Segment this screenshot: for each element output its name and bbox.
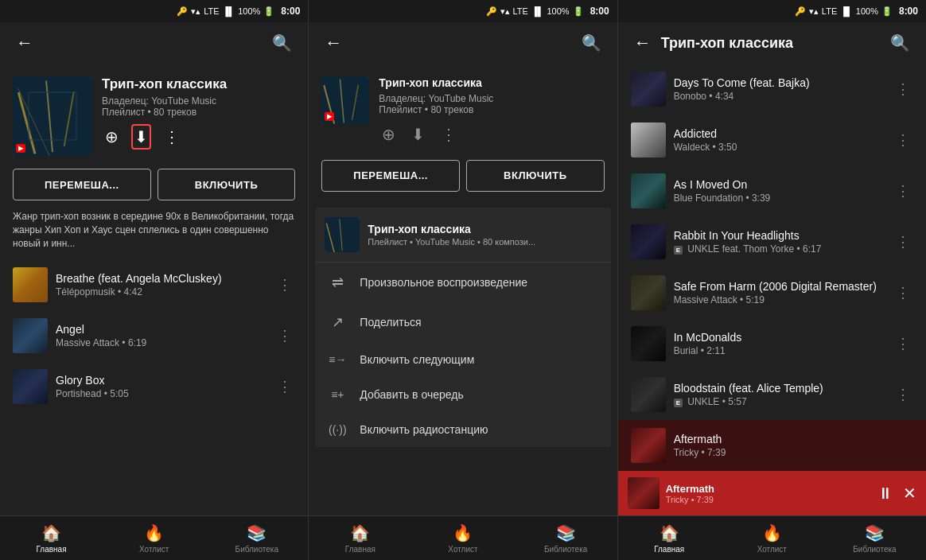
control-buttons-2: ПЕРЕМЕША... ВКЛЮЧИТЬ (309, 160, 617, 201)
track-item-3-6[interactable]: In McDonalds Burial • 2:11 ⋮ (618, 318, 926, 369)
track-more-3-5[interactable]: ⋮ (893, 281, 913, 305)
playlist-info-2: Трип-хоп классика Владелец: YouTube Musi… (379, 76, 604, 147)
menu-play-next-label: Включить следующим (360, 353, 474, 366)
playlist-header-2: ▶ Трип-хоп классика Владелец: YouTube Mu… (309, 64, 617, 160)
back-button-3[interactable]: ← (628, 26, 658, 60)
track-more-1-1[interactable]: ⋮ (274, 273, 295, 297)
time-label: 8:00 (281, 6, 300, 17)
nav-home-1[interactable]: 🏠 Главная (0, 516, 103, 560)
lib-icon-1: 📚 (247, 523, 267, 542)
nav-lib-2[interactable]: 📚 Библиотека (515, 516, 617, 560)
track-thumb-3-2 (631, 122, 666, 158)
track-item-3-8[interactable]: Aftermath Tricky • 7:39 (618, 420, 926, 471)
nav-home-2[interactable]: 🏠 Главная (309, 516, 411, 560)
track-info-3-7: Bloodstain (feat. Alice Temple) E UNKLE … (674, 382, 885, 407)
status-bar-3: 🔑 ▾▴ LTE ▐▌ 100% 🔋 8:00 (618, 0, 926, 22)
track-item-1-1[interactable]: Breathe (feat. Angela McCluskey) Télépop… (0, 259, 308, 310)
menu-radio[interactable]: ((·)) Включить радиостанцию (315, 412, 610, 447)
menu-add-queue[interactable]: ≡+ Добавить в очередь (315, 377, 610, 412)
time-label-3: 8:00 (899, 6, 918, 17)
track-item-3-2[interactable]: Addicted Waldeck • 3:50 ⋮ (618, 115, 926, 165)
track-thumb-1-1 (13, 267, 48, 302)
track-item-3-4[interactable]: Rabbit In Your Headlights E UNKLE feat. … (618, 216, 926, 267)
track-more-1-2[interactable]: ⋮ (274, 324, 295, 348)
signal-icon: ▐▌ (223, 6, 235, 16)
menu-share[interactable]: ↗ Поделиться (315, 302, 610, 342)
download-icon-2[interactable]: ⬇ (408, 122, 428, 147)
track-item-1-2[interactable]: Angel Massive Attack • 6:19 ⋮ (0, 310, 308, 361)
nav-hot-3[interactable]: 🔥 Хотлист (721, 516, 823, 560)
add-icon-2[interactable]: ⊕ (379, 122, 399, 147)
track-item-3-3[interactable]: As I Moved On Blue Foundation • 3:39 ⋮ (618, 165, 926, 216)
track-more-3-2[interactable]: ⋮ (893, 128, 913, 152)
playlist-owner-1: Владелец: YouTube Music (102, 95, 295, 107)
search-button-1[interactable]: 🔍 (266, 27, 298, 59)
track-more-1-3[interactable]: ⋮ (274, 375, 295, 399)
screen2: 🔑 ▾▴ LTE ▐▌ 100% 🔋 8:00 ← 🔍 ▶ (309, 0, 617, 560)
track-name-1-1: Breathe (feat. Angela McCluskey) (56, 272, 267, 285)
add-icon-1[interactable]: ⊕ (102, 124, 122, 150)
nav-home-3[interactable]: 🏠 Главная (618, 516, 721, 560)
more-icon-1[interactable]: ⋮ (161, 124, 183, 150)
track-item-3-7[interactable]: Bloodstain (feat. Alice Temple) E UNKLE … (618, 369, 926, 420)
nav-lib-label-3: Библиотека (853, 545, 896, 554)
track-sub-1-2: Massive Attack • 6:19 (56, 337, 267, 348)
back-button-1[interactable]: ← (10, 26, 40, 60)
battery-icon-2: 🔋 (573, 6, 584, 17)
download-button-1[interactable]: ⬇ (131, 124, 151, 150)
battery-label-2: 100% (547, 6, 569, 16)
track-more-3-1[interactable]: ⋮ (893, 77, 913, 101)
more-icon-2[interactable]: ⋮ (438, 122, 460, 147)
track-info-3-2: Addicted Waldeck • 3:50 (674, 127, 885, 153)
search-button-2[interactable]: 🔍 (575, 27, 608, 59)
bottom-nav-2: 🏠 Главная 🔥 Хотлист 📚 Библиотека (309, 515, 617, 560)
track-sub-3-4: E UNKLE feat. Thom Yorke • 6:17 (674, 243, 885, 255)
hot-icon-3: 🔥 (762, 523, 782, 542)
nav-hot-2[interactable]: 🔥 Хотлист (411, 516, 514, 560)
nav-lib-3[interactable]: 📚 Библиотека (823, 516, 926, 560)
now-playing-thumb (628, 477, 659, 509)
track-sub-3-6: Burial • 2:11 (674, 345, 885, 356)
shuffle-button-2[interactable]: ПЕРЕМЕША... (321, 160, 460, 192)
context-menu-header: Трип-хоп классика Плейлист • YouTube Mus… (315, 208, 610, 262)
playlist-title-1: Трип-хоп классика (102, 76, 295, 92)
track-sub-3-1: Bonobo • 4:34 (674, 91, 885, 102)
play-button-2[interactable]: ВКЛЮЧИТЬ (466, 160, 605, 192)
track-thumb-3-3 (631, 173, 666, 208)
home-icon-3: 🏠 (659, 523, 679, 542)
nav-lib-label-1: Библиотека (235, 545, 278, 554)
menu-play-next[interactable]: ≡→ Включить следующим (315, 342, 610, 377)
track-name-1-2: Angel (56, 323, 267, 336)
menu-add-queue-label: Добавить в очередь (360, 388, 463, 401)
menu-shuffle[interactable]: ⇌ Произвольное воспроизведение (315, 262, 610, 302)
back-button-2[interactable]: ← (318, 26, 348, 60)
nav-home-label-3: Главная (654, 545, 684, 554)
close-button-np[interactable]: ✕ (903, 484, 916, 503)
context-title: Трип-хоп классика (368, 223, 535, 235)
wifi-icon-3: ▾▴ (809, 6, 819, 17)
playlist-meta-1: Плейлист • 80 треков (102, 107, 295, 118)
track-name-3-5: Safe From Harm (2006 Digital Remaster) (674, 280, 885, 293)
pause-button[interactable]: ⏸ (877, 484, 893, 503)
track-more-3-7[interactable]: ⋮ (893, 383, 913, 406)
track-item-3-5[interactable]: Safe From Harm (2006 Digital Remaster) M… (618, 267, 926, 318)
search-button-3[interactable]: 🔍 (884, 27, 916, 59)
track-info-3-1: Days To Come (feat. Bajka) Bonobo • 4:34 (674, 76, 885, 102)
signal-icon-3: ▐▌ (840, 6, 853, 16)
play-button-1[interactable]: ВКЛЮЧИТЬ (158, 169, 296, 200)
playlist-actions-2: ⊕ ⬇ ⋮ (379, 122, 604, 147)
nav-lib-1[interactable]: 📚 Библиотека (205, 516, 308, 560)
wifi-icon-2: ▾▴ (500, 6, 510, 17)
track-sub-3-2: Waldeck • 3:50 (674, 142, 885, 153)
nav-hot-label-1: Хотлист (139, 545, 169, 554)
track-item-1-3[interactable]: Glory Box Portishead • 5:05 ⋮ (0, 361, 308, 412)
track-item-3-1[interactable]: Days To Come (feat. Bajka) Bonobo • 4:34… (618, 64, 926, 115)
bottom-nav-1: 🏠 Главная 🔥 Хотлист 📚 Библиотека (0, 515, 308, 560)
track-more-3-3[interactable]: ⋮ (893, 179, 913, 203)
home-icon-1: 🏠 (41, 523, 61, 542)
shuffle-button-1[interactable]: ПЕРЕМЕША... (13, 169, 151, 200)
track-more-3-4[interactable]: ⋮ (893, 230, 913, 254)
track-thumb-1-2 (13, 318, 48, 353)
nav-hot-1[interactable]: 🔥 Хотлист (103, 516, 205, 560)
track-more-3-6[interactable]: ⋮ (893, 332, 913, 356)
